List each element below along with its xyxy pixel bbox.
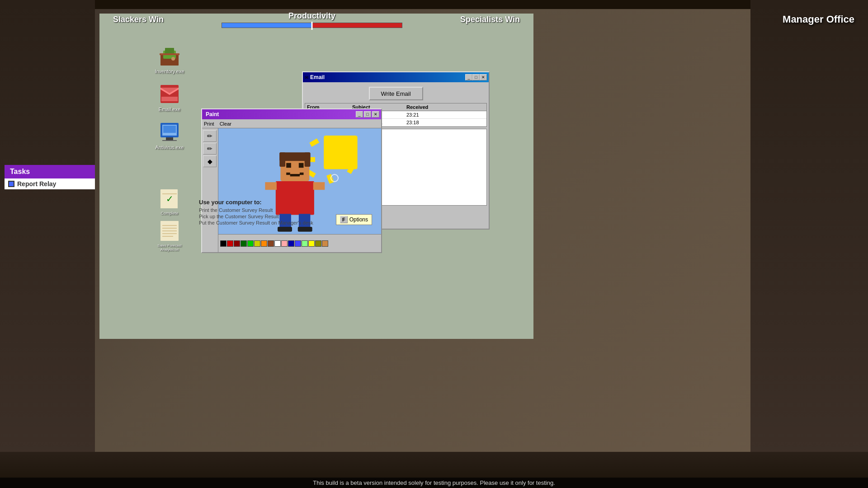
sidebar-right	[750, 0, 868, 488]
specialists-label: Specialists Win	[460, 15, 520, 24]
color-blue-dark[interactable]	[288, 240, 294, 247]
complete-label: Complete	[161, 211, 179, 216]
inventory-icon-img	[159, 45, 180, 67]
paint-window: Paint _ □ ✕ Print Clear ✏ ✏ ◆	[201, 108, 382, 253]
paint-minimize-btn[interactable]: _	[356, 111, 363, 117]
email-received-2: 23:18	[406, 120, 443, 125]
sales-label: Sales Forecast Analysis.txt	[154, 244, 185, 252]
tasks-header: Tasks	[5, 165, 95, 178]
paint-tools: ✏ ✏ ◆	[202, 128, 218, 252]
desktop-icons-container: Inventory.exe Email.exe	[154, 45, 185, 150]
task-label: Report Relay	[17, 180, 56, 188]
color-pink[interactable]	[281, 240, 288, 247]
svg-point-3	[171, 57, 175, 61]
tasks-panel: Tasks Report Relay	[5, 165, 95, 189]
desktop: Inventory.exe Email.exe	[99, 14, 533, 339]
task-step-1: Print the Customer Survey Result	[199, 207, 326, 213]
paint-pencil-btn[interactable]: ✏	[203, 130, 217, 142]
manager-office-label: Manager Office	[783, 14, 854, 25]
color-maroon[interactable]	[234, 240, 240, 247]
paint-colors	[218, 234, 381, 252]
color-blue[interactable]	[295, 240, 301, 247]
antivirus-icon-img	[159, 121, 180, 143]
beta-notice: This build is a beta version intended so…	[0, 478, 868, 488]
paint-menu-print[interactable]: Print	[204, 121, 214, 127]
productivity-container: Productivity	[222, 11, 402, 28]
task-item-report-relay[interactable]: Report Relay	[5, 178, 95, 189]
color-black[interactable]	[220, 240, 226, 247]
color-green-dark[interactable]	[241, 240, 247, 247]
color-white[interactable]	[274, 240, 281, 247]
svg-rect-13	[162, 140, 177, 141]
sales-icon	[159, 220, 180, 242]
progress-bar	[222, 23, 402, 28]
paint-title: Paint	[204, 111, 355, 117]
paint-eraser-btn[interactable]: ✏	[203, 143, 217, 155]
email-label: Email.exe	[159, 107, 180, 112]
email-minimize-btn[interactable]: _	[465, 74, 472, 80]
slackers-label: Slackers Win	[113, 15, 164, 24]
svg-rect-39	[313, 182, 325, 190]
paint-body: ✏ ✏ ◆	[202, 128, 381, 252]
options-tooltip: F Options	[336, 214, 372, 225]
progress-marker	[311, 22, 313, 30]
complete-icon: ✓	[159, 188, 180, 209]
desktop-files-container: ✓ Complete Sales Forecast Analysis.txt	[154, 188, 185, 252]
svg-rect-6	[161, 97, 178, 101]
col-received: Received	[406, 104, 443, 110]
paint-fill-btn[interactable]: ◆	[203, 155, 217, 167]
task-checkbox[interactable]	[8, 181, 14, 187]
desktop-icon-inventory[interactable]: Inventory.exe	[154, 45, 185, 74]
inventory-label: Inventory.exe	[155, 69, 184, 74]
svg-rect-42	[278, 227, 292, 232]
write-email-btn[interactable]: Write Email	[369, 87, 423, 100]
email-close-btn[interactable]: ✕	[480, 74, 487, 80]
task-step-2: Pick up the Customer Survey Result	[199, 214, 326, 219]
svg-rect-2	[165, 48, 174, 54]
svg-rect-30	[279, 152, 285, 167]
cursor-indicator	[330, 174, 339, 182]
sidebar-left	[0, 0, 95, 488]
color-yellow[interactable]	[308, 240, 315, 247]
color-orange[interactable]	[261, 240, 267, 247]
color-tan[interactable]	[322, 240, 328, 247]
progress-blue	[222, 23, 312, 28]
email-received-1: 23:21	[406, 112, 443, 117]
paint-close-btn[interactable]: ✕	[372, 111, 379, 117]
email-window-icon: ✉	[305, 75, 308, 80]
color-dark-yellow[interactable]	[315, 240, 321, 247]
options-label: Options	[349, 216, 368, 223]
color-green[interactable]	[247, 240, 254, 247]
svg-rect-36	[300, 173, 304, 175]
hud-top: Slackers Win Productivity Specialists Wi…	[95, 11, 538, 28]
paint-titlebar[interactable]: Paint _ □ ✕	[202, 109, 381, 119]
svg-rect-12	[166, 137, 173, 140]
svg-rect-43	[298, 227, 312, 232]
desktop-icon-email[interactable]: Email.exe	[154, 83, 185, 112]
desktop-file-complete[interactable]: ✓ Complete	[154, 188, 185, 216]
color-brown[interactable]	[268, 240, 274, 247]
svg-rect-22	[324, 136, 357, 169]
color-olive[interactable]	[254, 240, 260, 247]
paint-menubar: Print Clear	[202, 119, 381, 128]
color-red-dark[interactable]	[227, 240, 233, 247]
svg-rect-31	[305, 152, 311, 167]
email-icon-img	[159, 83, 180, 105]
email-titlebar[interactable]: ✉ Email _ □ ✕	[303, 72, 489, 82]
email-maximize-btn[interactable]: □	[472, 74, 480, 80]
desktop-icon-antivirus[interactable]: Antivirus.exe	[154, 121, 185, 150]
productivity-label: Productivity	[288, 11, 335, 21]
color-green-light[interactable]	[302, 240, 308, 247]
desktop-file-sales[interactable]: Sales Forecast Analysis.txt	[154, 220, 185, 252]
svg-rect-33	[299, 163, 304, 168]
svg-rect-11	[163, 126, 176, 133]
task-step-3: Put the Customer Survey Result on Manage…	[199, 220, 326, 225]
svg-rect-4	[160, 53, 179, 55]
svg-rect-35	[290, 174, 300, 176]
paint-maximize-btn[interactable]: □	[364, 111, 371, 117]
options-key: F	[340, 216, 348, 223]
svg-rect-34	[286, 173, 290, 175]
paint-menu-clear[interactable]: Clear	[220, 121, 231, 127]
task-inst-title: Use your computer to:	[199, 199, 326, 206]
paint-canvas-area[interactable]: F Options	[218, 128, 381, 252]
